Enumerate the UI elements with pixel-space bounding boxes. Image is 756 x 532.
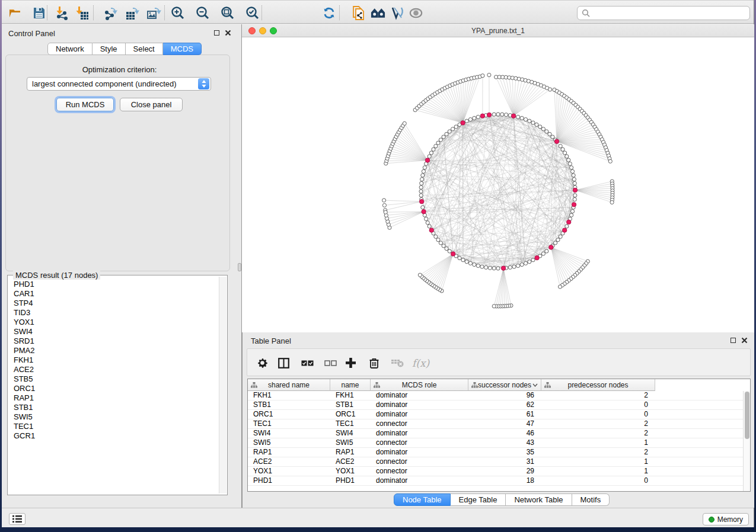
ring-node[interactable] [484,265,488,269]
ring-node[interactable] [541,252,545,255]
ring-node[interactable] [570,210,574,213]
ring-node[interactable] [480,265,484,268]
cell-successor-nodes[interactable]: 18 [468,476,541,485]
tab-select[interactable]: Select [126,43,163,55]
ring-node[interactable] [420,178,424,181]
cell-predecessor-nodes[interactable]: 1 [541,467,655,476]
mcds-hub-node[interactable] [554,139,559,143]
cell-shared-name[interactable]: ORC1 [248,410,330,419]
ring-node[interactable] [565,225,569,228]
column-header-name[interactable]: name [330,379,371,391]
ring-node[interactable] [568,162,572,165]
export-network-icon[interactable] [103,5,119,21]
cell-MCDS-role[interactable]: connector [371,457,468,466]
mcds-node-item[interactable]: TEC1 [8,422,218,431]
leaf-node[interactable] [610,200,614,204]
mcds-list-scrollbar[interactable] [219,277,227,493]
cell-shared-name[interactable]: ACE2 [248,457,330,466]
ring-node[interactable] [556,238,560,242]
ring-node[interactable] [524,261,527,265]
cell-successor-nodes[interactable]: 96 [468,391,541,400]
table-row[interactable]: RAP1RAP1dominator352 [248,448,743,457]
table-row[interactable]: ACE2ACE2connector311 [248,457,743,467]
ring-node[interactable] [551,135,554,139]
table-scrollbar-thumb[interactable] [745,392,749,439]
mcds-hub-node[interactable] [563,228,567,232]
mcds-hub-node[interactable] [573,188,577,192]
cell-predecessor-nodes[interactable]: 0 [541,400,655,409]
cell-predecessor-nodes[interactable]: 2 [541,391,655,400]
ring-node[interactable] [561,148,564,151]
mcds-hub-node[interactable] [425,158,429,162]
ring-node[interactable] [465,260,468,264]
mcds-hub-node[interactable] [480,114,484,118]
table-row[interactable]: SWI4SWI4dominator462 [248,429,743,438]
mcds-node-item[interactable]: STP4 [8,299,218,308]
mcds-node-item[interactable]: ORC1 [8,384,218,393]
import-table-icon[interactable] [74,5,90,21]
ring-node[interactable] [570,169,574,173]
float-panel-icon[interactable] [214,30,219,36]
delete-column-trash-icon[interactable] [369,355,379,370]
cell-successor-nodes[interactable]: 43 [468,438,541,447]
cell-MCDS-role[interactable]: connector [371,438,468,447]
mcds-hub-node[interactable] [429,228,433,232]
ring-node[interactable] [567,158,570,162]
cell-predecessor-nodes[interactable]: 2 [541,419,655,428]
zoom-in-icon[interactable] [170,5,186,21]
leaf-node[interactable] [492,305,496,308]
ring-node[interactable] [468,118,472,121]
cell-shared-name[interactable]: YOX1 [248,467,330,476]
memory-button[interactable]: Memory [703,513,749,525]
ring-node[interactable] [432,148,435,151]
ring-node[interactable] [473,116,476,120]
cell-MCDS-role[interactable]: dominator [371,400,468,409]
ring-node[interactable] [516,264,520,267]
cell-shared-name[interactable]: SWI4 [248,429,330,438]
mcds-hub-node[interactable] [535,256,539,260]
ring-node[interactable] [528,260,531,264]
ring-node[interactable] [572,174,575,177]
ring-node[interactable] [559,235,562,238]
cell-MCDS-role[interactable]: dominator [371,429,468,438]
mcds-node-item[interactable]: RAP1 [8,393,218,403]
mcds-hub-node[interactable] [422,210,426,214]
ring-node[interactable] [572,178,576,181]
export-image-icon[interactable] [146,5,162,21]
select-all-rows-icon[interactable] [301,355,314,370]
mcds-node-item[interactable]: GCR1 [8,431,218,441]
table-row[interactable]: ORC1ORC1dominator610 [248,410,743,419]
save-icon[interactable] [31,5,47,21]
create-column-icon[interactable] [346,355,356,370]
ring-node[interactable] [442,244,445,248]
table-row[interactable]: SWI5SWI5connector431 [248,438,743,448]
ring-node[interactable] [451,127,454,131]
ring-node[interactable] [538,125,542,129]
cell-shared-name[interactable]: STB1 [248,400,330,409]
tab-edge-table[interactable]: Edge Table [451,493,506,506]
column-header-successor-nodes[interactable]: successor nodes [468,379,541,391]
ring-node[interactable] [545,249,548,253]
table-row[interactable]: YOX1YOX1connector291 [248,467,743,476]
tab-mcds[interactable]: MCDS [163,43,202,55]
new-network-from-selection-icon[interactable] [350,5,366,21]
ring-node[interactable] [420,181,423,185]
ring-node[interactable] [559,144,562,148]
delete-table-icon[interactable] [391,355,404,370]
column-header-shared-name[interactable]: shared name [248,379,330,391]
ring-node[interactable] [419,194,423,197]
refresh-icon[interactable] [321,5,337,21]
ring-node[interactable] [425,217,428,220]
ring-node[interactable] [421,174,425,177]
cell-predecessor-nodes[interactable]: 1 [541,438,655,447]
cell-MCDS-role[interactable]: dominator [371,410,468,419]
ring-node[interactable] [531,121,535,124]
ring-node[interactable] [461,258,465,262]
ring-node[interactable] [442,135,445,139]
cell-name[interactable]: FKH1 [330,391,371,400]
ring-node[interactable] [548,132,551,136]
ring-node[interactable] [428,225,431,228]
cell-successor-nodes[interactable]: 31 [468,457,541,466]
cell-name[interactable]: SWI4 [330,429,371,438]
tab-motifs[interactable]: Motifs [572,493,610,506]
